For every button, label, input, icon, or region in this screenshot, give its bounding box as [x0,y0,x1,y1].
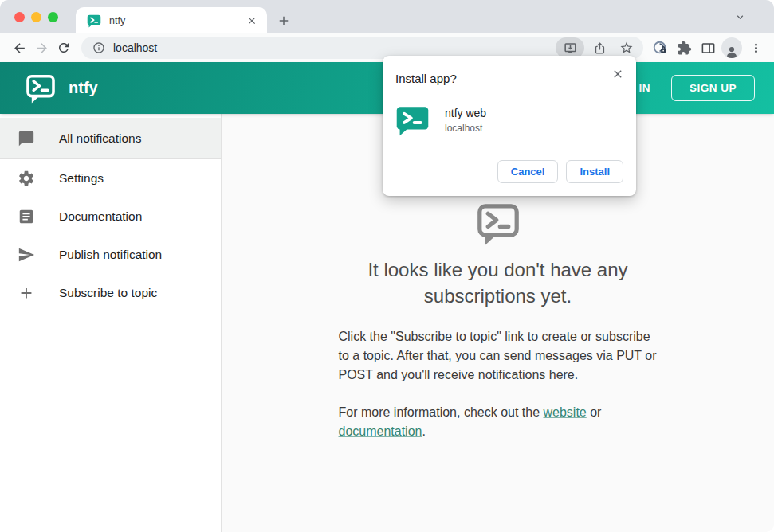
password-manager-extension-button[interactable] [648,37,672,59]
puzzle-extensions-icon [677,41,692,56]
documentation-link[interactable]: documentation [339,424,422,438]
back-button[interactable] [8,37,30,59]
bookmark-star-icon [619,41,634,55]
minimize-window-button[interactable] [31,12,41,22]
website-link[interactable]: website [544,405,587,419]
dialog-app-row: ntfy web localhost [395,103,623,137]
install-app-icon [563,41,578,56]
profile-avatar [721,37,742,58]
dialog-actions: Cancel Install [395,160,623,183]
ntfy-favicon [87,14,101,28]
sidebar-item-label: Publish notification [59,248,162,262]
sidebar-item-label: Settings [59,171,104,186]
new-tab-button[interactable] [274,11,293,30]
forward-button[interactable] [30,37,53,59]
paragraph-text: . [422,424,425,438]
sidebar-item-documentation[interactable]: Documentation [0,198,221,236]
brand-name: ntfy [69,79,98,97]
forward-arrow-icon [34,41,49,56]
password-manager-icon [652,40,668,56]
cancel-button[interactable]: Cancel [497,160,559,183]
kebab-menu-icon [749,41,763,55]
close-window-button[interactable] [14,12,25,22]
sidebar: All notifications Settings Documentation… [0,114,222,532]
tab-strip: ntfy [0,0,774,33]
browser-window: ntfy localhost [0,0,774,532]
dialog-app-name: ntfy web [445,107,486,119]
tab-close-icon[interactable] [245,14,259,28]
address-bar-url[interactable]: localhost [113,41,552,54]
ntfy-logo-gray-icon [473,201,523,247]
reload-icon [57,41,71,55]
extensions-button[interactable] [672,37,696,59]
dialog-close-icon[interactable] [609,65,627,83]
install-button[interactable]: Install [566,160,623,183]
ntfy-app-icon [395,103,430,137]
empty-state-paragraph: Click the "Subscribe to topic" link to c… [339,327,658,385]
profile-button[interactable] [720,37,744,59]
share-icon [593,41,607,55]
sign-up-button[interactable]: SIGN UP [671,75,755,101]
dialog-app-origin: localhost [445,123,486,134]
browser-tab[interactable]: ntfy [76,7,267,33]
tab-search-chevron-icon[interactable] [731,8,748,25]
sidebar-item-label: Documentation [59,209,142,224]
chat-bubble-icon [18,130,35,147]
browser-menu-button[interactable] [744,37,768,59]
send-icon [18,246,35,264]
tab-title: ntfy [109,15,245,26]
paragraph-text: For more information, check out the [339,405,544,419]
empty-state-paragraph: For more information, check out the webs… [339,403,658,441]
sidebar-item-publish-notification[interactable]: Publish notification [0,236,221,274]
side-panel-icon [701,41,716,56]
dialog-title: Install app? [395,68,623,85]
install-app-dialog: Install app? ntfy web localhost Cancel I… [383,56,636,196]
sidebar-item-label: All notifications [59,131,141,146]
zoom-window-button[interactable] [48,12,58,22]
article-icon [18,208,35,225]
dialog-app-meta: ntfy web localhost [445,107,486,134]
site-info-icon[interactable] [91,40,107,56]
plus-icon [18,284,35,302]
sidebar-item-label: Subscribe to topic [59,286,157,300]
window-controls [14,12,58,22]
empty-state-heading: It looks like you don't have any subscri… [327,256,670,309]
side-panel-button[interactable] [696,37,720,59]
paragraph-text: or [587,405,602,419]
ntfy-logo-icon [24,72,57,104]
back-arrow-icon [12,41,27,56]
sidebar-item-all-notifications[interactable]: All notifications [0,118,221,159]
empty-state-text: Click the "Subscribe to topic" link to c… [339,309,658,441]
sidebar-item-settings[interactable]: Settings [0,159,221,198]
extensions-area [648,37,768,59]
gear-icon [18,170,35,187]
reload-button[interactable] [53,37,75,59]
sidebar-item-subscribe-to-topic[interactable]: Subscribe to topic [0,274,221,312]
